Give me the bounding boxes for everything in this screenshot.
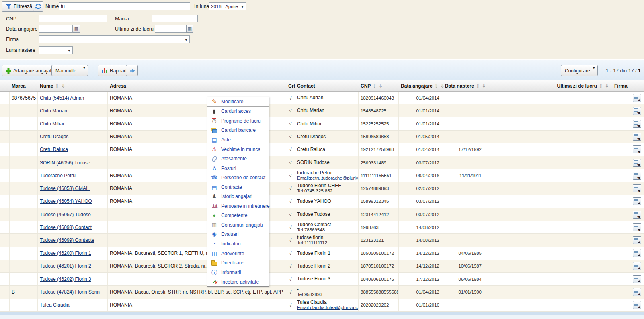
cell-firma <box>612 143 630 156</box>
employee-name-link[interactable]: Cretu Raluca <box>40 147 105 152</box>
column-header-contact: Contact <box>295 80 359 91</box>
menu-item-competente[interactable]: Competente <box>207 211 269 221</box>
row-details-button[interactable] <box>633 159 641 167</box>
marca-input[interactable] <box>152 15 198 22</box>
more-button[interactable]: Mai multe... ▼ <box>51 65 88 76</box>
row-details-button[interactable] <box>633 120 641 128</box>
configure-button[interactable]: Configurare ▼ <box>561 65 598 76</box>
employee-name-link[interactable]: Cretu Dragos <box>40 134 105 139</box>
row-details-button[interactable] <box>633 275 641 283</box>
row-details-button[interactable] <box>633 288 641 296</box>
reports-export-button[interactable] <box>126 65 138 76</box>
sort-ascending-icon[interactable]: ⇧ <box>373 83 377 89</box>
row-details-button[interactable] <box>633 249 641 257</box>
column-header-nume[interactable]: Nume⇧⇩ <box>38 80 108 91</box>
menu-item-consumuri-angajati[interactable]: Consumuri angajati <box>207 220 269 230</box>
employee-name-link[interactable]: Tudorache Petru <box>40 173 105 178</box>
menu-item-adeverinte[interactable]: Adeverinte <box>207 249 269 258</box>
sort-descending-icon[interactable]: ⇩ <box>379 83 383 89</box>
cell-actions <box>630 182 644 195</box>
column-header-ultima-zi-de-lucru[interactable]: Ultima zi de lucru⇧⇩ <box>485 80 612 91</box>
employee-name-link[interactable]: Tudose (46202) Florin 3 <box>40 276 105 282</box>
employee-name-link[interactable]: Tudose (47824) Florin Sorin <box>40 289 105 295</box>
column-header-label: Marca <box>12 83 26 89</box>
menu-item-indicatori[interactable]: Indicatori <box>207 239 269 249</box>
menu-item-programe-de-lucru[interactable]: Programe de lucru <box>207 116 269 126</box>
menu-item-informatii[interactable]: Informatii <box>207 268 269 277</box>
menu-item-modificare[interactable]: Modificare <box>207 97 269 107</box>
menu-item-contracte[interactable]: Contracte <box>207 182 269 192</box>
employee-name-link[interactable]: Tudose (46053) GMAIL <box>40 186 105 191</box>
menu-item-posturi[interactable]: Posturi <box>207 164 269 173</box>
menu-item-directoare[interactable]: Directoare <box>207 258 269 268</box>
row-details-button[interactable] <box>633 301 641 309</box>
filter-button[interactable]: Filtrează <box>2 1 36 12</box>
luna-nastere-select[interactable]: ▼ <box>39 46 73 54</box>
contact-name: - <box>297 287 356 292</box>
row-details-button[interactable] <box>633 223 641 231</box>
row-details-button[interactable] <box>633 107 641 115</box>
menu-item-persoane-de-contact[interactable]: Persoane de contact <box>207 173 269 182</box>
menu-item-evaluari[interactable]: Evaluari <box>207 230 269 239</box>
row-details-button[interactable] <box>633 145 641 153</box>
row-details-button[interactable] <box>633 211 641 219</box>
employee-name-link[interactable]: Tudose (46098) Contact <box>40 225 105 230</box>
row-details-button[interactable] <box>633 262 641 270</box>
row-details-button[interactable] <box>633 94 641 102</box>
row-details-button[interactable] <box>633 197 641 205</box>
add-employee-button[interactable]: Adaugare angajat <box>2 65 55 76</box>
sort-descending-icon[interactable]: ⇩ <box>605 83 609 89</box>
menu-item-persoane-in-intretinere[interactable]: Persoane in intretinere <box>207 201 269 211</box>
data-angajare-input[interactable] <box>39 25 73 33</box>
cell-crt: √ <box>286 182 295 195</box>
menu-item-carduri-acces[interactable]: Carduri acces <box>207 107 269 117</box>
row-details-button[interactable] <box>633 184 641 192</box>
paperclip-icon <box>211 155 218 162</box>
row-details-button[interactable] <box>633 172 641 180</box>
contact-email-link[interactable]: Email:claudia.tulea@pluriva.com <box>297 305 356 310</box>
cell-nume: Chitu Mihai <box>38 117 108 130</box>
employee-name-link[interactable]: Tudose (46054) YAHOO <box>40 198 105 204</box>
employee-name-link[interactable]: SORIN (46056) Tudose <box>40 160 105 166</box>
column-header-data-angajare[interactable]: Data angajare⇧⇩ <box>399 80 443 91</box>
sort-ascending-icon[interactable]: ⇧ <box>599 83 603 89</box>
row-details-button[interactable] <box>633 236 641 244</box>
menu-item-incetare-activitate[interactable]: Incetare activitate <box>207 277 269 286</box>
cnp-input[interactable] <box>39 15 107 22</box>
menu-item-carduri-bancare[interactable]: Carduri bancare <box>207 126 269 135</box>
menu-item-atasamente[interactable]: Atasamente <box>207 154 269 164</box>
employee-name-link[interactable]: Tudose (46099) Contacte <box>40 237 105 243</box>
column-header-cnp[interactable]: CNP⇧⇩ <box>359 80 399 91</box>
nume-input[interactable] <box>59 2 190 10</box>
employee-name-link[interactable]: Chitu (54514) Adrian <box>40 95 105 101</box>
ultima-zi-calendar-button[interactable]: ▦ <box>186 25 193 33</box>
cell-actions <box>630 286 644 298</box>
menu-item-istoric-angajari[interactable]: Istoric angajari <box>207 192 269 201</box>
refresh-button[interactable] <box>33 1 43 12</box>
sort-ascending-icon[interactable]: ⇧ <box>435 83 439 89</box>
sort-descending-icon[interactable]: ⇩ <box>61 83 65 89</box>
cell-firma <box>612 169 630 182</box>
cell-select <box>0 156 10 169</box>
data-angajare-calendar-button[interactable]: ▦ <box>73 25 80 33</box>
employee-name-link[interactable]: Chitu Marian <box>40 108 105 114</box>
employee-name-link[interactable]: Tudose (46057) Tudose <box>40 212 105 217</box>
employee-name-link[interactable]: Tudose (46201) Florin 2 <box>40 263 105 269</box>
cell-ultima-zi <box>485 131 612 143</box>
employee-name-link[interactable]: Tudose (46200) Florin 1 <box>40 250 105 256</box>
employee-name-link[interactable]: Chitu Mihai <box>40 121 105 127</box>
checked-icon: √ <box>289 303 291 307</box>
sort-ascending-icon[interactable]: ⇧ <box>55 83 59 89</box>
contact-email-link[interactable]: Email:petru.tudorache@pluriva.com <box>297 176 356 181</box>
column-header-data-nastere[interactable]: Data nastere⇧⇩ <box>443 80 485 91</box>
in-luna-select[interactable]: 2016 - Aprilie ▼ <box>209 2 246 10</box>
ultima-zi-input[interactable] <box>155 25 186 33</box>
cell-marca <box>10 208 38 221</box>
cell-select <box>0 195 10 208</box>
row-details-button[interactable] <box>633 133 641 141</box>
sort-ascending-icon[interactable]: ⇧ <box>476 83 480 89</box>
firma-select[interactable]: ▼ <box>39 35 190 43</box>
menu-item-acte[interactable]: Acte <box>207 135 269 145</box>
menu-item-vechime-in-munca[interactable]: Vechime in munca <box>207 145 269 154</box>
employee-name-link[interactable]: Tulea Claudia <box>40 302 105 308</box>
